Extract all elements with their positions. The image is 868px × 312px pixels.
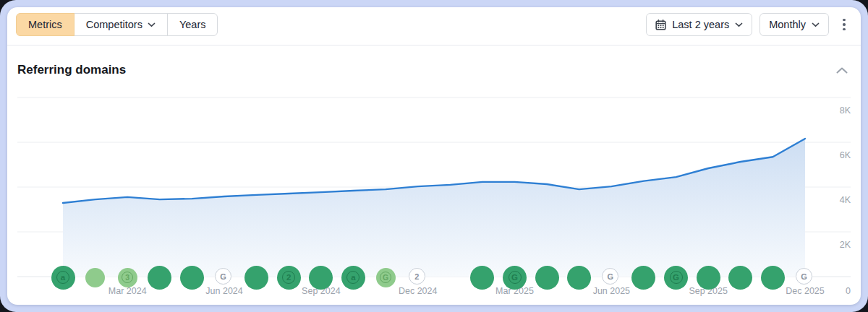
y-axis-label: 4K [840,195,851,205]
x-axis-label: Dec 2025 [786,286,825,296]
event-marker-glyph: G [670,271,683,284]
event-marker[interactable]: G [376,268,396,287]
event-marker[interactable]: 2 [409,268,425,285]
referring-domains-chart: 02K4K6K8KMar 2024Jun 2024Sep 2024Dec 202… [7,7,861,305]
event-marker[interactable]: G [503,266,527,290]
y-axis-label: 2K [840,240,851,250]
event-marker-glyph: G [380,272,391,283]
event-marker[interactable]: G [796,268,812,285]
event-marker[interactable] [567,266,591,290]
x-axis-label: Dec 2024 [399,286,438,296]
event-marker[interactable] [761,266,785,290]
event-marker[interactable]: 3 [118,268,137,287]
event-marker[interactable] [85,268,105,287]
event-marker-glyph: a [56,271,69,284]
event-marker[interactable] [148,266,171,290]
event-marker[interactable]: a [51,266,75,290]
event-marker[interactable] [631,266,655,290]
x-axis-label: Mar 2024 [109,286,147,296]
page-frame: Metrics Competitors Years [0,0,868,312]
y-axis-label: 8K [840,105,851,116]
event-marker[interactable] [470,266,494,290]
tab-metrics-label: Metrics [28,19,62,30]
y-axis-label: 0 [846,286,851,296]
event-marker[interactable] [180,266,204,290]
tab-metrics[interactable]: Metrics [16,13,75,36]
event-marker-glyph: 3 [122,272,133,283]
event-marker[interactable] [535,266,559,290]
event-marker-glyph: a [346,271,359,284]
event-marker[interactable] [244,266,268,290]
referring-domains-panel: Metrics Competitors Years [7,7,861,305]
event-marker[interactable]: G [664,266,688,290]
area-fill [63,139,805,277]
event-marker[interactable]: G [215,268,231,285]
event-marker-glyph: G [509,271,522,284]
event-marker[interactable]: a [341,266,365,290]
event-marker[interactable] [697,266,720,290]
y-axis-label: 6K [840,150,851,160]
x-axis-label: Jun 2025 [593,286,630,296]
x-axis-label: Jun 2024 [205,286,242,296]
event-marker[interactable]: 2 [277,266,301,290]
event-marker-glyph: 2 [282,271,295,284]
event-marker[interactable] [309,266,333,290]
event-marker[interactable] [728,266,752,290]
